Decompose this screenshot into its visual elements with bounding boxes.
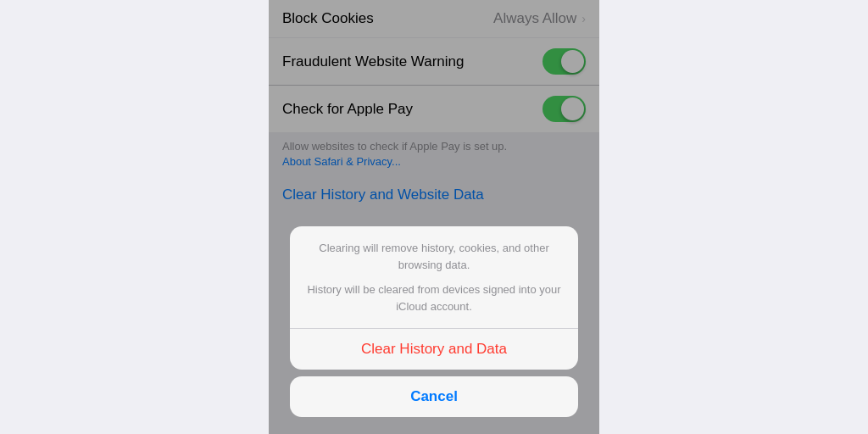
cancel-action-sheet: Cancel [290,376,578,417]
action-info-line2: History will be cleared from devices sig… [307,281,561,314]
action-info-line1: Clearing will remove history, cookies, a… [307,240,561,273]
cancel-button-label: Cancel [410,388,458,405]
action-sheet-info: Clearing will remove history, cookies, a… [290,226,578,329]
cancel-button[interactable]: Cancel [290,376,578,417]
phone-container: Block Cookies Always Allow › Fraudulent … [269,0,599,434]
overlay: Clearing will remove history, cookies, a… [269,0,599,434]
clear-history-button[interactable]: Clear History and Data [290,329,578,370]
action-sheet-main: Clearing will remove history, cookies, a… [290,226,578,370]
clear-history-button-label: Clear History and Data [361,341,507,358]
